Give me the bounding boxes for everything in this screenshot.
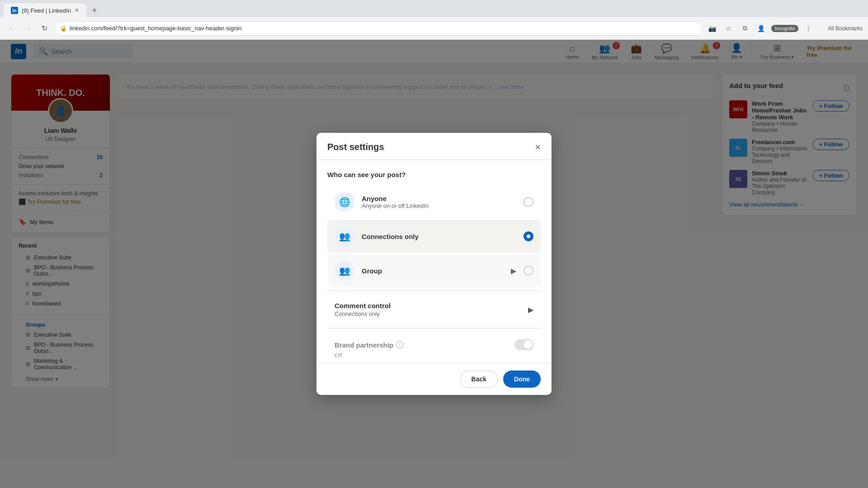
connections-only-radio[interactable] [524, 231, 533, 241]
anyone-radio[interactable] [524, 197, 533, 207]
tab-favicon: in [11, 7, 18, 14]
comment-control-label: Comment control [335, 302, 391, 310]
post-settings-modal: Post settings × Who can see your post? 🌐… [316, 133, 552, 395]
bookmarks-label: All Bookmarks [822, 25, 863, 32]
tab-title: (9) Feed | LinkedIn [22, 7, 71, 14]
group-radio[interactable] [524, 266, 533, 276]
option-connections-only[interactable]: 👥 Connections only [327, 220, 541, 253]
browser-actions: 📷 ☆ ⧉ 👤 Incognito ⋮ [706, 22, 815, 35]
anyone-label: Anyone [362, 195, 516, 202]
comment-control-arrow-icon: ▶ [528, 305, 533, 314]
brand-partnership-label: Brand partnership [335, 341, 393, 349]
browser-tabs: in (9) Feed | LinkedIn ✕ + [0, 0, 868, 17]
new-tab-button[interactable]: + [88, 4, 101, 17]
comment-control-text: Comment control Connections only [335, 302, 391, 317]
forward-button[interactable]: → [22, 22, 34, 35]
group-arrow-icon: ▶ [511, 267, 516, 275]
brand-partnership-value: Off [335, 352, 533, 359]
group-icon: 👥 [335, 261, 354, 281]
modal-divider-2 [327, 328, 541, 328]
option-group[interactable]: 👥 Group ▶ [327, 254, 541, 287]
modal-divider-1 [327, 291, 541, 291]
brand-partnership-header: Brand partnership i [335, 339, 533, 350]
brand-partnership-info-icon[interactable]: i [396, 341, 403, 348]
back-button[interactable]: Back [460, 371, 498, 388]
lock-icon: 🔒 [60, 25, 67, 32]
group-text: Group [362, 267, 504, 275]
modal-close-button[interactable]: × [535, 142, 541, 152]
connections-only-icon: 👥 [335, 226, 354, 246]
profile-icon[interactable]: 👤 [755, 22, 768, 35]
toggle-knob [524, 340, 533, 349]
menu-icon[interactable]: ⋮ [802, 22, 815, 35]
anyone-sub: Anyone on or off LinkedIn [362, 202, 516, 209]
connections-only-label: Connections only [362, 233, 516, 240]
modal-title: Post settings [327, 142, 384, 152]
linkedin-app: in 🔍 ⌂ Home 👥 My Network 2 💼 Jobs 💬 Mess… [0, 40, 868, 488]
anyone-icon: 🌐 [335, 192, 354, 212]
anyone-text: Anyone Anyone on or off LinkedIn [362, 195, 516, 209]
modal-footer: Back Done [316, 363, 552, 395]
browser-chrome: in (9) Feed | LinkedIn ✕ + ← → ↻ 🔒 linke… [0, 0, 868, 40]
brand-partnership-label-row: Brand partnership i [335, 341, 403, 349]
incognito-badge: Incognito [771, 25, 799, 32]
modal-body: Who can see your post? 🌐 Anyone Anyone o… [316, 160, 552, 363]
camera-off-icon: 📷 [706, 22, 719, 35]
modal-overlay[interactable]: Post settings × Who can see your post? 🌐… [0, 40, 868, 488]
tab-close-button[interactable]: ✕ [75, 7, 79, 14]
browser-toolbar: ← → ↻ 🔒 linkedin.com/feed/?trk=guest_hom… [0, 17, 868, 39]
done-button[interactable]: Done [503, 371, 541, 388]
active-tab[interactable]: in (9) Feed | LinkedIn ✕ [4, 3, 86, 18]
bookmark-icon[interactable]: ☆ [722, 22, 735, 35]
extension-icon[interactable]: ⧉ [739, 22, 751, 35]
group-label: Group [362, 267, 504, 275]
modal-header: Post settings × [316, 133, 552, 160]
connections-only-text: Connections only [362, 233, 516, 240]
brand-partnership-toggle[interactable] [514, 339, 533, 350]
comment-control-section[interactable]: Comment control Connections only ▶ [327, 295, 541, 324]
address-bar[interactable]: 🔒 linkedin.com/feed/?trk=guest_homepage-… [54, 21, 703, 36]
url-text: linkedin.com/feed/?trk=guest_homepage-ba… [70, 25, 242, 32]
who-can-see-title: Who can see your post? [327, 171, 541, 178]
option-anyone[interactable]: 🌐 Anyone Anyone on or off LinkedIn [327, 186, 541, 218]
brand-partnership-section: Brand partnership i Off [327, 332, 541, 363]
comment-control-value: Connections only [335, 310, 391, 317]
back-button[interactable]: ← [5, 22, 18, 35]
refresh-button[interactable]: ↻ [38, 22, 51, 35]
